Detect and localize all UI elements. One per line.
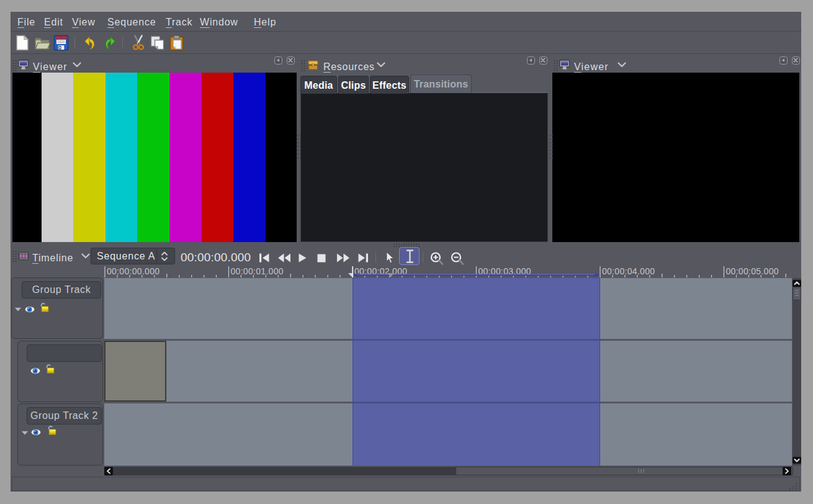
svg-text:00:00:01.000: 00:00:01.000 — [231, 266, 284, 276]
svg-text:00:00:05.000: 00:00:05.000 — [726, 266, 779, 276]
svg-text:00:00:04.000: 00:00:04.000 — [602, 266, 655, 276]
svg-text:00:00:00.000: 00:00:00.000 — [107, 266, 159, 276]
